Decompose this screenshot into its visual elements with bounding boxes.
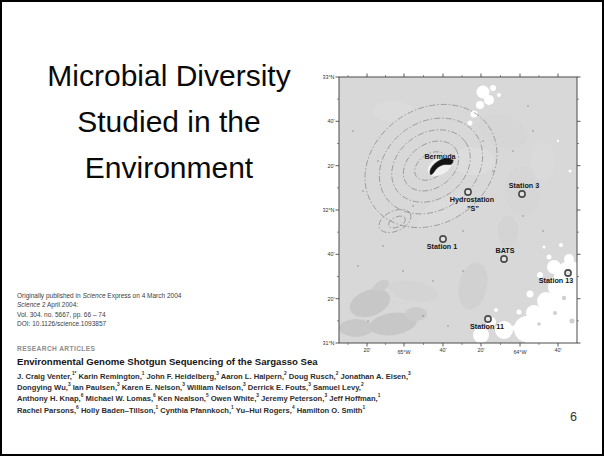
station-marker [501, 256, 507, 262]
station-label: BATS [495, 246, 514, 255]
station-label-line2: "S" [467, 204, 479, 213]
x-axis-tick-label: 65°W [397, 349, 411, 355]
y-axis-tick-label: 32°N [323, 207, 335, 213]
author-line: J. Craig Venter,1* Karin Remington,1 Joh… [17, 371, 487, 382]
x-axis-tick-label: 40' [439, 347, 446, 353]
article-title: Environmental Genome Shotgun Sequencing … [17, 356, 318, 367]
x-axis-tick-label: 20' [363, 347, 370, 353]
page-number: 6 [570, 410, 577, 424]
station-label: Station 11 [470, 322, 504, 331]
y-axis-tick-label: 40' [327, 118, 334, 124]
citation-line: Originally published in Science Express … [17, 291, 181, 300]
station-label: Station 1 [427, 242, 457, 251]
station-label: Bermuda [424, 152, 456, 161]
citation-line: Vol. 304. no. 5667, pp. 66 – 74 [17, 310, 181, 319]
section-label: RESEARCH ARTICLES [17, 345, 95, 352]
sargasso-sea-map: BermudaHydrostation"S"Station 3Station 1… [323, 71, 583, 355]
slide-title: Microbial Diversity Studied in the Envir… [8, 53, 330, 191]
y-axis-tick-label: 20' [327, 163, 334, 169]
citation-line: DOI: 10.1126/science.1093857 [17, 319, 181, 328]
slide-title-line-3: Environment [8, 145, 330, 191]
station-label: Station 3 [509, 181, 539, 190]
y-axis-tick-label: 33°N [323, 74, 335, 80]
x-axis-tick-label: 20' [477, 347, 484, 353]
station-marker [519, 191, 525, 197]
station-label: Station 13 [539, 276, 573, 285]
y-axis-tick-label: 20' [327, 296, 334, 302]
citation-line: Science 2 April 2004: [17, 300, 181, 309]
author-line: Rachel Parsons,6 Holly Baden–Tillson,1 C… [17, 405, 487, 416]
x-axis-tick-label: 40' [554, 347, 561, 353]
citation-block: Originally published in Science Express … [17, 291, 181, 328]
slide-title-line-2: Studied in the [8, 99, 330, 145]
presentation-slide: Microbial Diversity Studied in the Envir… [0, 0, 604, 456]
x-axis-tick-label: 64°W [513, 349, 527, 355]
station-label: Hydrostation [450, 195, 494, 204]
slide-title-line-1: Microbial Diversity [8, 53, 330, 99]
author-line: Anthony H. Knap,6 Michael W. Lomas,6 Ken… [17, 393, 487, 404]
y-axis-tick-label: 40' [327, 251, 334, 257]
author-list: J. Craig Venter,1* Karin Remington,1 Joh… [17, 371, 487, 416]
author-line: Dongying Wu,3 Ian Paulsen,3 Karen E. Nel… [17, 382, 487, 393]
y-axis-tick-label: 31°N [323, 340, 335, 346]
